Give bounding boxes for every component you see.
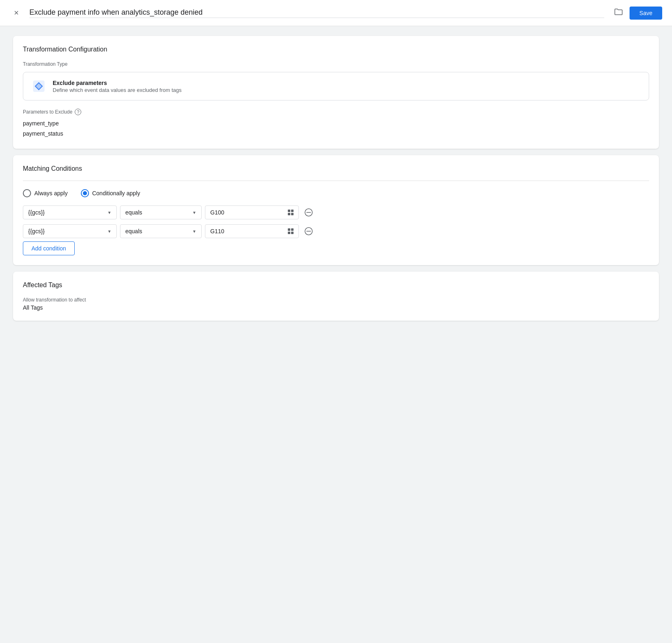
conditions-area: {{gcs}} ▼ equals ▼ G100 — [23, 205, 649, 238]
radio-always-label: Always apply — [34, 190, 68, 196]
affected-tags-value: All Tags — [23, 304, 649, 311]
affected-tags-title: Affected Tags — [23, 281, 649, 289]
exclude-params-icon — [31, 79, 46, 94]
transform-type-desc: Define which event data values are exclu… — [53, 87, 182, 93]
matching-conditions-title: Matching Conditions — [23, 165, 649, 172]
transform-info: Exclude parameters Define which event da… — [53, 80, 182, 93]
matching-conditions-card: Matching Conditions Always apply Conditi… — [13, 155, 659, 265]
save-button[interactable]: Save — [630, 7, 662, 20]
transformation-type-label: Transformation Type — [23, 61, 649, 67]
condition-1-operator-value: equals — [125, 209, 142, 216]
condition-1-value[interactable]: G100 — [205, 205, 299, 219]
transformation-type-box: Exclude parameters Define which event da… — [23, 72, 649, 100]
param-payment-type: payment_type — [23, 118, 649, 129]
condition-1-variable-value: {{gcs}} — [28, 209, 45, 216]
radio-group: Always apply Conditionally apply — [23, 189, 649, 197]
page-title: Exclude payment info when analytics_stor… — [29, 8, 604, 18]
add-condition-button[interactable]: Add condition — [23, 241, 75, 255]
condition-2-grid-icon — [288, 228, 294, 234]
params-to-exclude-label: Parameters to Exclude ? — [23, 109, 649, 115]
main-content: Transformation Configuration Transformat… — [0, 26, 672, 330]
radio-always-apply[interactable]: Always apply — [23, 189, 68, 197]
header: × Exclude payment info when analytics_st… — [0, 0, 672, 26]
condition-2-variable[interactable]: {{gcs}} ▼ — [23, 224, 117, 238]
transformation-config-card: Transformation Configuration Transformat… — [13, 36, 659, 149]
condition-2-operator-value: equals — [125, 228, 142, 234]
condition-1-remove-button[interactable] — [302, 206, 315, 219]
condition-2-value[interactable]: G110 — [205, 224, 299, 238]
condition-1-value-text: G100 — [210, 209, 224, 216]
condition-row-1: {{gcs}} ▼ equals ▼ G100 — [23, 205, 649, 219]
condition-2-operator[interactable]: equals ▼ — [120, 224, 202, 238]
transform-type-name: Exclude parameters — [53, 80, 182, 86]
minus-circle-icon-1 — [304, 208, 313, 217]
condition-1-variable-arrow: ▼ — [107, 210, 111, 215]
radio-conditional-apply[interactable]: Conditionally apply — [81, 189, 140, 197]
condition-1-variable[interactable]: {{gcs}} ▼ — [23, 205, 117, 219]
condition-1-grid-icon — [288, 210, 294, 215]
radio-always-circle — [23, 189, 31, 197]
close-button[interactable]: × — [10, 7, 23, 20]
divider-1 — [23, 181, 649, 181]
condition-1-operator-arrow: ▼ — [192, 210, 196, 215]
condition-2-variable-value: {{gcs}} — [28, 228, 45, 234]
help-icon[interactable]: ? — [75, 109, 81, 115]
condition-2-variable-arrow: ▼ — [107, 229, 111, 234]
condition-2-value-text: G110 — [210, 228, 224, 234]
condition-row-2: {{gcs}} ▼ equals ▼ G110 — [23, 224, 649, 238]
affected-tags-label: Allow transformation to affect — [23, 297, 649, 303]
radio-conditional-circle — [81, 189, 89, 197]
transformation-config-title: Transformation Configuration — [23, 46, 649, 53]
radio-conditional-label: Conditionally apply — [92, 190, 140, 196]
minus-circle-icon-2 — [304, 227, 313, 236]
param-payment-status: payment_status — [23, 129, 649, 139]
condition-2-remove-button[interactable] — [302, 225, 315, 238]
condition-1-operator[interactable]: equals ▼ — [120, 205, 202, 219]
folder-icon[interactable] — [614, 8, 623, 18]
condition-2-operator-arrow: ▼ — [192, 229, 196, 234]
affected-tags-card: Affected Tags Allow transformation to af… — [13, 272, 659, 321]
